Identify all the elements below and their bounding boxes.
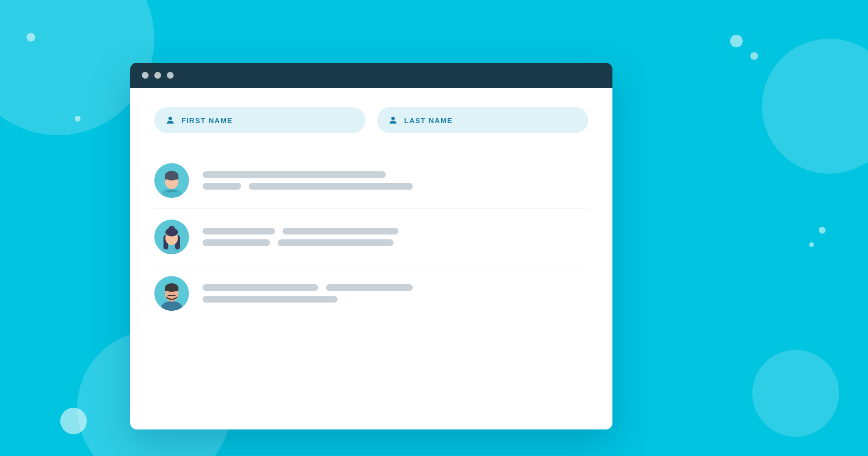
last-name-label: LAST NAME xyxy=(404,116,453,124)
avatar-3 xyxy=(154,276,189,311)
svg-rect-15 xyxy=(165,288,178,291)
browser-titlebar xyxy=(130,63,612,88)
bar-1-1 xyxy=(203,171,386,178)
first-name-input[interactable]: FIRST NAME xyxy=(154,107,366,133)
user-item-1[interactable] xyxy=(154,152,588,209)
svg-point-0 xyxy=(168,117,172,120)
dot-6 xyxy=(809,242,814,247)
window-dot-2 xyxy=(154,72,161,79)
user-list xyxy=(154,152,588,321)
dot-5 xyxy=(819,227,826,234)
window-dot-3 xyxy=(167,72,174,79)
bar-1-2 xyxy=(203,183,241,190)
bar-1-3 xyxy=(249,183,413,190)
first-name-label: FIRST NAME xyxy=(181,116,233,124)
user-icon-first xyxy=(165,115,176,125)
svg-point-2 xyxy=(161,188,182,198)
bar-3-1 xyxy=(203,284,318,291)
browser-content: FIRST NAME LAST NAME xyxy=(130,88,612,429)
bar-2-4 xyxy=(278,239,393,246)
svg-point-1 xyxy=(391,117,394,120)
user-info-1 xyxy=(203,171,588,190)
bg-blob-topright xyxy=(762,39,868,174)
dot-7 xyxy=(60,408,87,434)
user-item-3[interactable] xyxy=(154,265,588,321)
svg-point-11 xyxy=(165,228,178,236)
svg-rect-5 xyxy=(165,176,178,180)
bar-3-3 xyxy=(203,296,338,303)
user-info-3 xyxy=(203,284,588,303)
search-row: FIRST NAME LAST NAME xyxy=(154,107,588,133)
dot-1 xyxy=(27,33,35,41)
bar-2-2 xyxy=(283,228,398,235)
last-name-input[interactable]: LAST NAME xyxy=(377,107,588,133)
browser-window: FIRST NAME LAST NAME xyxy=(130,63,612,429)
bar-2-3 xyxy=(203,239,270,246)
dot-2 xyxy=(75,116,81,122)
bar-3-2 xyxy=(326,284,413,291)
user-item-2[interactable] xyxy=(154,209,588,265)
user-icon-last xyxy=(388,115,398,125)
bg-blob-bottomright xyxy=(752,350,839,437)
avatar-1 xyxy=(154,163,189,198)
window-dot-1 xyxy=(142,72,149,79)
bar-2-1 xyxy=(203,228,275,235)
dot-4 xyxy=(750,52,758,60)
avatar-2 xyxy=(154,220,189,254)
user-info-2 xyxy=(203,228,588,246)
dot-3 xyxy=(730,35,743,47)
